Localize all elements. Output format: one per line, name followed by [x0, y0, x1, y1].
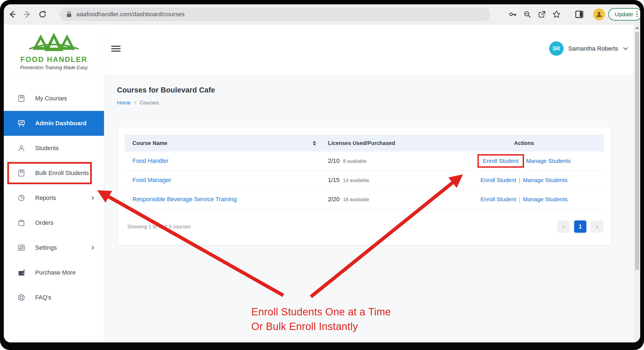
window-frame: aaafoodhandler.com/dashboard/courses [0, 0, 644, 350]
key-icon[interactable] [508, 10, 517, 19]
table-row: Responsible Beverage Service Training 2/… [125, 190, 604, 209]
courses-card: Course Name Licenses Used/Purchased Acti… [118, 127, 611, 245]
sidebar-item-faqs[interactable]: FAQ's [4, 285, 104, 310]
zoom-icon[interactable] [523, 10, 532, 19]
licenses-used: 1/15 [328, 177, 340, 184]
chevron-right-icon [89, 244, 96, 251]
page-title: Courses for Boulevard Cafe [117, 86, 634, 94]
sidebar-item-my-courses[interactable]: My Courses [4, 86, 104, 111]
licenses-used: 2/20 [328, 196, 340, 203]
refresh-icon[interactable] [38, 10, 47, 19]
showing-count-text: Showing 1 to 3 of 3 courses [127, 224, 191, 230]
column-header-course-name[interactable]: Course Name [132, 140, 167, 146]
sort-icon[interactable] [313, 141, 316, 146]
sidebar: FOOD HANDLER Prevention Training Made Ea… [4, 24, 104, 342]
brand-name: FOOD HANDLER [20, 55, 87, 64]
scrollbar-up-arrow-icon[interactable] [635, 27, 639, 29]
wallet-icon [17, 269, 25, 277]
pagination-page-1-button[interactable]: 1 [574, 220, 586, 233]
sidebar-item-admin-dashboard[interactable]: Admin Dashboard [4, 111, 104, 136]
manage-students-link[interactable]: Manage Students [523, 196, 568, 203]
sidebar-item-purchase-more[interactable]: Purchase More [4, 260, 104, 285]
pagination: ‹ 1 › [557, 220, 603, 233]
sidebar-item-label: Purchase More [35, 269, 76, 276]
sidebar-item-settings[interactable]: Settings [4, 235, 104, 260]
browser-profile-avatar[interactable] [593, 8, 605, 20]
column-header-actions: Actions [514, 140, 534, 146]
pagination-prev-button[interactable]: ‹ [557, 220, 570, 233]
share-icon[interactable] [537, 10, 547, 19]
help-buoy-icon [17, 293, 25, 302]
sidebar-item-orders[interactable]: Orders [4, 210, 104, 235]
brand-logo[interactable]: FOOD HANDLER Prevention Training Made Ea… [4, 24, 104, 76]
hamburger-menu-icon[interactable] [111, 46, 121, 52]
enroll-student-link[interactable]: Enroll Student [483, 158, 519, 164]
back-icon[interactable] [8, 10, 17, 19]
annotation-box-enroll-student: Enroll Student [477, 154, 524, 168]
course-link[interactable]: Food Handler [132, 157, 168, 164]
pie-chart-icon [17, 194, 25, 202]
course-link[interactable]: Responsible Beverage Service Training [132, 196, 237, 203]
scrollbar-thumb[interactable] [635, 32, 639, 270]
main-content: Courses for Boulevard Cafe Home / Course… [104, 76, 634, 342]
sliders-icon [17, 244, 25, 252]
chevron-right-icon [89, 194, 96, 202]
forward-icon[interactable] [23, 10, 32, 19]
table-row: Food Manager 1/1514 available Enroll Stu… [125, 171, 604, 190]
user-menu[interactable]: SR Samantha Roberts [549, 41, 628, 56]
sidebar-item-label: Settings [35, 244, 57, 251]
brand-tagline: Prevention Training Made Easy [20, 65, 88, 71]
url-bar[interactable]: aaafoodhandler.com/dashboard/courses [60, 8, 490, 21]
enroll-student-link[interactable]: Enroll Student [480, 196, 516, 203]
sidebar-item-label: Students [35, 145, 59, 152]
app-root: FOOD HANDLER Prevention Training Made Ea… [4, 24, 640, 342]
lock-icon [66, 11, 72, 18]
sidebar-item-students[interactable]: Students [4, 136, 104, 161]
app-header: SR Samantha Roberts [104, 24, 634, 76]
side-panel-icon[interactable] [575, 10, 584, 19]
course-link[interactable]: Food Manager [132, 177, 171, 184]
breadcrumb-current: Courses [140, 100, 159, 106]
scrollbar[interactable] [634, 24, 640, 342]
column-header-licenses: Licenses Used/Purchased [328, 140, 395, 146]
package-icon [17, 219, 25, 227]
browser-menu-icon[interactable] [636, 11, 638, 17]
sidebar-item-label: Orders [35, 219, 53, 226]
breadcrumb: Home / Courses [117, 100, 634, 106]
person-icon [595, 11, 603, 18]
aaa-logo-icon [21, 31, 86, 55]
update-label: Update [615, 11, 633, 18]
person-icon [17, 144, 25, 152]
book-icon [17, 169, 25, 177]
url-text: aaafoodhandler.com/dashboard/courses [76, 11, 185, 18]
manage-students-link[interactable]: Manage Students [523, 177, 568, 183]
licenses-available: 14 available [343, 178, 369, 183]
chevron-down-icon [623, 47, 628, 51]
table-row: Food Handler 2/108 available Enroll Stud… [125, 151, 604, 171]
action-separator: | [519, 177, 520, 183]
sidebar-item-bulk-enroll-students[interactable]: Bulk Enroll Students [4, 161, 104, 186]
sidebar-item-label: Reports [35, 194, 56, 202]
book-icon [17, 94, 25, 103]
licenses-available: 18 available [343, 197, 369, 203]
licenses-used: 2/10 [328, 157, 340, 164]
sidebar-item-reports[interactable]: Reports [4, 186, 104, 210]
breadcrumb-separator: / [135, 100, 136, 106]
presentation-chart-icon [17, 119, 25, 127]
action-separator: | [519, 196, 520, 203]
browser-toolbar: aaafoodhandler.com/dashboard/courses [4, 4, 640, 24]
user-avatar: SR [549, 41, 564, 56]
sidebar-item-label: FAQ's [35, 294, 51, 301]
bookmark-star-icon[interactable] [552, 10, 561, 19]
update-button[interactable]: Update [608, 8, 640, 21]
browser-window: aaafoodhandler.com/dashboard/courses [4, 4, 640, 342]
enroll-student-link[interactable]: Enroll Student [480, 177, 516, 183]
breadcrumb-home-link[interactable]: Home [117, 100, 131, 106]
toolbar-right-icons: Update [508, 8, 640, 21]
user-name: Samantha Roberts [568, 45, 618, 52]
pagination-next-button[interactable]: › [591, 220, 603, 233]
sidebar-item-label: Admin Dashboard [35, 120, 86, 127]
manage-students-link[interactable]: Manage Students [526, 158, 571, 164]
sidebar-menu: My Courses Admin Dashboard Students Bulk… [4, 76, 104, 310]
licenses-available: 8 available [343, 159, 366, 164]
